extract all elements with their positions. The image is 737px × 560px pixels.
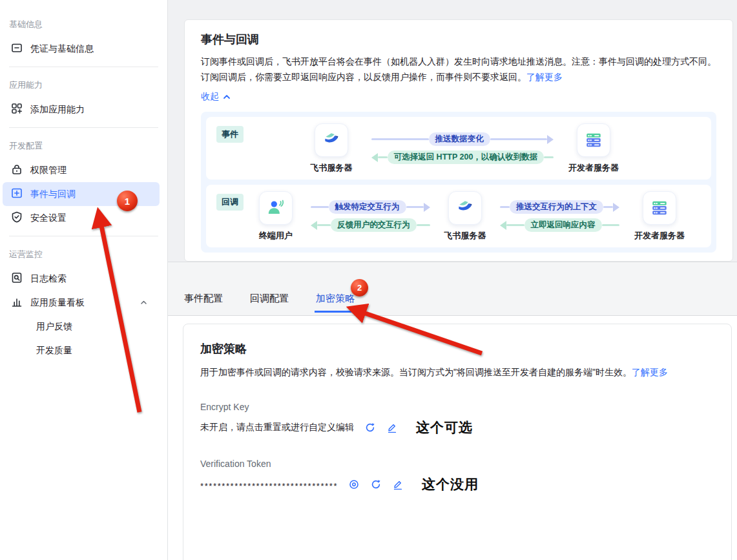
learn-more-link[interactable]: 了解更多: [526, 72, 563, 82]
encrypt-key-row: 未开启，请点击重置或进行自定义编辑 这个可选: [200, 419, 714, 437]
chevron-up-icon[interactable]: [140, 298, 148, 309]
sidebar-item-credentials[interactable]: 凭证与基础信息: [3, 37, 160, 61]
developer-server-node: 开发者服务器: [561, 123, 626, 174]
sidebar-item-log-search[interactable]: 日志检索: [3, 267, 160, 291]
sidebar-item-user-feedback[interactable]: 用户反馈: [3, 315, 160, 338]
edit-pencil-icon[interactable]: [386, 422, 398, 433]
event-arrows: 推送数据变化 可选择返回 HTTP 200，以确认收到数据: [371, 132, 554, 165]
sidebar-section-dev-config: 开发配置: [0, 134, 167, 158]
sidebar: 基础信息 凭证与基础信息 应用能力 添加应用能力 开发配置 权限管理: [0, 0, 168, 560]
sidebar-section-app-capability: 应用能力: [0, 73, 167, 98]
sidebar-item-label: 安全设置: [30, 213, 67, 224]
sidebar-section-basic-info: 基础信息: [0, 12, 167, 37]
verification-token-row: ******************************** 这个没用: [200, 475, 714, 493]
shield-check-icon: [10, 211, 23, 225]
encryption-strategy-card: 加密策略 用于加密事件或回调的请求内容，校验请求来源。当订阅方式为"将回调推送至…: [183, 324, 732, 560]
arrow-immediate-response: 立即返回响应内容: [500, 218, 619, 233]
node-label: 飞书服务器: [311, 162, 353, 174]
arrow-right-head: [424, 203, 430, 212]
sidebar-item-permissions[interactable]: 权限管理: [3, 158, 160, 182]
sidebar-item-dev-quality[interactable]: 开发质量: [3, 338, 160, 362]
annotation-step-badge-1: 1: [117, 191, 138, 211]
sidebar-section-ops-monitor: 运营监控: [0, 242, 167, 267]
sidebar-item-label: 权限管理: [30, 165, 67, 176]
verification-token-value: ********************************: [200, 479, 338, 491]
sidebar-item-label: 日志检索: [30, 273, 67, 285]
page-description: 订阅事件或回调后，飞书开放平台将会在事件（如机器人入群）发生时向请求地址推送消息…: [201, 54, 716, 85]
server-icon: [577, 123, 610, 157]
verification-token-label: Verification Token: [200, 459, 714, 469]
sidebar-divider: [9, 127, 158, 128]
diagram-row-event: 事件 飞书服务器 推送数据变化: [206, 117, 711, 180]
arrow-trigger-interaction: 触发特定交互行为: [311, 200, 430, 214]
collapse-label: 收起: [201, 91, 219, 103]
tab-callback-config[interactable]: 回调配置: [249, 293, 290, 313]
arrow-label: 推送交互行为的上下文: [510, 200, 603, 214]
arrow-left-head: [371, 153, 378, 162]
encryption-description: 用于加密事件或回调的请求内容，校验请求来源。当订阅方式为"将回调推送至开发者自建…: [200, 367, 632, 377]
log-search-icon: [10, 271, 23, 286]
arrow-right-head: [613, 203, 619, 212]
sidebar-item-label: 事件与回调: [30, 189, 76, 200]
arrow-label: 反馈用户的交互行为: [331, 218, 417, 232]
arrow-label: 推送数据变化: [429, 132, 490, 146]
sidebar-item-label: 凭证与基础信息: [30, 43, 94, 55]
annotation-step-badge-2: 2: [351, 279, 368, 296]
feishu-server-node: 飞书服务器: [438, 191, 492, 242]
node-label: 终端用户: [259, 230, 293, 242]
arrow-right-head: [547, 135, 554, 144]
event-callback-diagram: 事件 飞书服务器 推送数据变化: [201, 112, 716, 253]
feishu-logo: [315, 123, 348, 157]
callback-badge: 回调: [216, 194, 244, 211]
main-content: 事件与回调 订阅事件或回调后，飞书开放平台将会在事件（如机器人入群）发生时向请求…: [168, 0, 737, 560]
tab-encryption-strategy[interactable]: 加密策略: [315, 293, 356, 313]
encrypt-key-label: Encrypt Key: [200, 402, 714, 412]
app-grid-plus-icon: [10, 102, 23, 117]
node-label: 飞书服务器: [444, 230, 486, 242]
callback-arrows-left: 触发特定交互行为 反馈用户的交互行为: [311, 200, 430, 233]
feishu-logo: [448, 191, 482, 225]
edit-pencil-icon[interactable]: [392, 479, 404, 490]
callback-arrows-right: 推送交互行为的上下文 立即返回响应内容: [500, 200, 619, 233]
feishu-server-node: 飞书服务器: [299, 123, 364, 174]
developer-server-node: 开发者服务器: [627, 191, 692, 242]
page-title: 事件与回调: [201, 30, 716, 48]
description-line2: 订阅回调后，你需要立即返回响应内容，以反馈用户操作，而事件则不要求返回。: [201, 72, 526, 82]
arrow-label: 触发特定交互行为: [329, 200, 406, 214]
tab-strip: 事件配置 回调配置 加密策略: [168, 262, 737, 316]
node-label: 开发者服务器: [568, 162, 619, 174]
arrow-label: 可选择返回 HTTP 200，以确认收到数据: [388, 150, 545, 164]
sidebar-item-label: 用户反馈: [36, 321, 72, 333]
sidebar-item-add-capability[interactable]: 添加应用能力: [3, 98, 160, 121]
sidebar-item-label: 应用质量看板: [30, 297, 85, 309]
tab-event-config[interactable]: 事件配置: [183, 293, 224, 313]
refresh-icon[interactable]: [364, 422, 376, 433]
sidebar-item-label: 添加应用能力: [30, 104, 85, 116]
end-user-icon: [259, 191, 293, 225]
sidebar-item-security-settings[interactable]: 安全设置: [3, 206, 160, 230]
encrypt-key-value: 未开启，请点击重置或进行自定义编辑: [200, 422, 354, 433]
arrow-push-data: 推送数据变化: [371, 132, 554, 147]
chevron-up-icon: [223, 94, 231, 100]
collapse-toggle[interactable]: 收起: [201, 91, 246, 103]
eye-icon[interactable]: [348, 479, 360, 490]
server-icon: [643, 191, 676, 225]
sidebar-item-label: 开发质量: [36, 345, 72, 357]
arrow-http200: 可选择返回 HTTP 200，以确认收到数据: [371, 150, 554, 165]
events-callbacks-card: 事件与回调 订阅事件或回调后，飞书开放平台将会在事件（如机器人入群）发生时向请求…: [184, 19, 733, 262]
arrow-push-context: 推送交互行为的上下文: [500, 200, 619, 214]
bar-chart-icon: [10, 295, 23, 310]
arrow-left-head: [500, 221, 506, 230]
end-user-node: 终端用户: [249, 191, 303, 242]
credential-card-icon: [10, 41, 23, 56]
sidebar-divider: [9, 67, 158, 67]
sidebar-divider: [9, 236, 158, 236]
annotation-note-unused: 这个没用: [422, 475, 479, 493]
tab-panel-area: 加密策略 用于加密事件或回调的请求内容，校验请求来源。当订阅方式为"将回调推送至…: [168, 316, 737, 560]
lock-icon: [10, 163, 23, 178]
learn-more-link[interactable]: 了解更多: [632, 367, 668, 377]
arrow-left-head: [311, 221, 317, 230]
arrow-label: 立即返回响应内容: [524, 218, 602, 232]
refresh-icon[interactable]: [370, 479, 382, 490]
sidebar-item-quality-dashboard[interactable]: 应用质量看板: [3, 291, 160, 315]
